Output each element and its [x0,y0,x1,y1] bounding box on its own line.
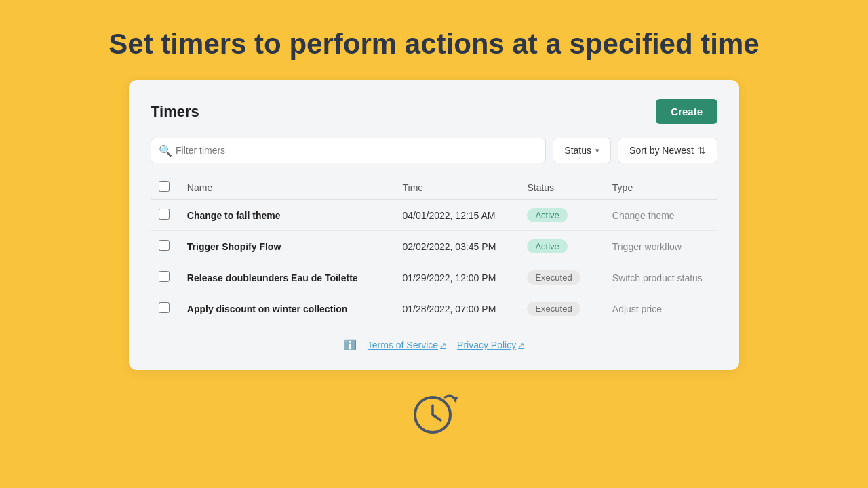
clock-icon [407,385,461,439]
col-header-status: Status [519,176,604,200]
info-icon: ℹ️ [344,339,357,351]
row-status-badge-2: Executed [527,270,580,285]
table-row: Apply discount on winter collection 01/2… [151,293,717,325]
row-type-1: Trigger workflow [612,241,682,252]
row-status-badge-1: Active [527,239,567,253]
clock-illustration [407,385,461,439]
svg-marker-3 [452,396,458,401]
row-checkbox-2[interactable] [159,271,170,282]
privacy-external-icon: ↗ [518,341,524,350]
select-all-checkbox[interactable] [159,181,170,192]
main-card: Timers Create 🔍 Status ▾ Sort by Newest … [129,80,739,370]
timers-table: Name Time Status Type Change to fall the… [151,176,717,324]
privacy-policy-link[interactable]: Privacy Policy ↗ [457,340,524,350]
svg-line-2 [433,415,441,420]
footer-links: ℹ️ Terms of Service ↗ Privacy Policy ↗ [151,339,717,351]
row-time-1: 02/02/2022, 03:45 PM [403,241,496,252]
table-row: Trigger Shopify Flow 02/02/2022, 03:45 P… [151,231,717,262]
row-checkbox-3[interactable] [159,302,170,313]
table-row: Change to fall theme 04/01/2022, 12:15 A… [151,200,717,231]
filters-row: 🔍 Status ▾ Sort by Newest ⇅ [151,138,717,163]
terms-external-icon: ↗ [440,341,446,350]
row-checkbox-1[interactable] [159,240,170,251]
table-row: Release doubleunders Eau de Toilette 01/… [151,262,717,293]
page-headline: Set timers to perform actions at a speci… [81,27,786,61]
row-name-3: Apply discount on winter collection [187,304,347,314]
row-time-2: 01/29/2022, 12:00 PM [403,272,496,283]
status-filter-button[interactable]: Status ▾ [553,138,611,163]
sort-chevron-icon: ⇅ [698,145,706,156]
status-filter-label: Status [564,145,591,156]
row-name-0: Change to fall theme [187,210,281,221]
row-type-3: Adjust price [612,304,662,314]
search-input[interactable] [151,138,546,163]
row-time-3: 01/28/2022, 07:00 PM [403,304,496,314]
col-header-name: Name [179,176,395,200]
sort-label: Sort by Newest [629,145,694,156]
search-container: 🔍 [151,138,546,163]
row-name-2: Release doubleunders Eau de Toilette [187,272,358,283]
col-header-type: Type [604,176,717,200]
table-header-row: Name Time Status Type [151,176,717,200]
row-status-badge-0: Active [527,208,567,222]
card-header: Timers Create [151,99,717,124]
terms-of-service-link[interactable]: Terms of Service ↗ [368,340,446,350]
row-time-0: 04/01/2022, 12:15 AM [403,210,496,221]
sort-button[interactable]: Sort by Newest ⇅ [618,138,717,163]
create-button[interactable]: Create [656,99,717,124]
terms-label: Terms of Service [368,340,438,350]
row-checkbox-0[interactable] [159,209,170,220]
privacy-label: Privacy Policy [457,340,516,350]
col-header-time: Time [395,176,519,200]
row-name-1: Trigger Shopify Flow [187,241,281,252]
card-title: Timers [151,103,199,121]
row-type-0: Change theme [612,210,675,221]
row-type-2: Switch product status [612,272,703,283]
row-status-badge-3: Executed [527,302,580,316]
status-filter-chevron-icon: ▾ [595,146,599,155]
